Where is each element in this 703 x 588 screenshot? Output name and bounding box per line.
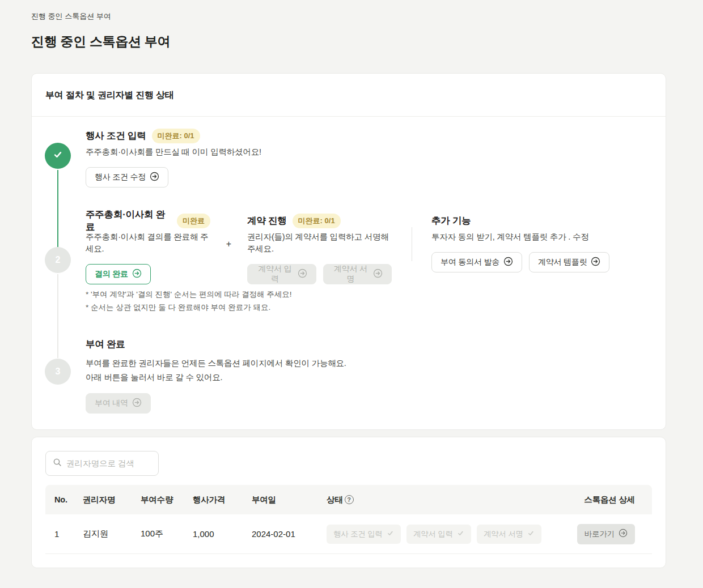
resolution-description: 주주총회·이사회 결의를 완료해 주세요.: [86, 231, 210, 255]
contract-sign-label: 계약서 서명: [332, 264, 370, 284]
contract-template-button[interactable]: 계약서 템플릿: [529, 252, 610, 272]
step2-circle: 2: [45, 247, 71, 273]
complete-resolution-button[interactable]: 결의 완료: [86, 264, 151, 284]
extra-features-description: 투자자 동의 받기, 계약서 템플릿 추가 . 수정: [431, 231, 609, 243]
check-icon: [457, 530, 464, 539]
contract-description: 권리자(들)의 계약서를 입력하고 서명해 주세요.: [247, 231, 392, 255]
search-box[interactable]: [45, 451, 159, 476]
status-chip-label: 계약서 입력: [413, 529, 453, 539]
check-icon: [527, 530, 535, 539]
grants-card: No. 권리자명 부여수량 행사가격 부여일 상태 ? 스톡옵션 상세 1 김지…: [31, 437, 666, 568]
step1-title: 행사 조건 입력: [86, 130, 146, 142]
resolution-title: 주주총회·이사회 완료: [86, 208, 171, 233]
send-consent-label: 부여 동의서 발송: [441, 257, 499, 267]
step3-block: 부여 완료 부여를 완료한 권리자들은 언제든 스톡옵션 페이지에서 확인이 가…: [86, 338, 346, 414]
cell-grant-quantity: 100주: [141, 529, 193, 539]
grants-table: No. 권리자명 부여수량 행사가격 부여일 상태 ? 스톡옵션 상세 1 김지…: [45, 485, 652, 554]
note-line: * '부여 계약'과 '결의 진행' 순서는 편의에 따라 결정해 주세요!: [86, 288, 292, 301]
cell-grantee-name: 김지원: [83, 529, 141, 539]
arrow-right-circle-icon: [373, 269, 383, 280]
arrow-right-circle-icon: [150, 172, 159, 183]
header-no: No.: [54, 495, 83, 504]
search-icon: [53, 458, 62, 469]
arrow-right-circle-icon: [503, 257, 513, 268]
status-chip-label: 행사 조건 입력: [333, 529, 383, 539]
step1-circle: [45, 143, 71, 169]
complete-resolution-label: 결의 완료: [95, 269, 128, 279]
contract-input-button[interactable]: 계약서 입력: [247, 264, 316, 284]
table-header-row: No. 권리자명 부여수량 행사가격 부여일 상태 ? 스톡옵션 상세: [45, 485, 652, 514]
process-card-header: 부여 절차 및 권리자별 진행 상태: [32, 74, 666, 117]
search-input[interactable]: [66, 459, 151, 468]
note-line: * 순서는 상관 없지만 둘 다 완료해야 부여 완료가 돼요.: [86, 301, 292, 314]
page-title: 진행 중인 스톡옵션 부여: [31, 33, 672, 50]
arrow-right-circle-icon: [132, 398, 142, 409]
arrow-right-circle-icon: [591, 257, 600, 268]
step3-description-line1: 부여를 완료한 권리자들은 언제든 스톡옵션 페이지에서 확인이 가능해요.: [86, 356, 346, 370]
status-chip-contract-sign: 계약서 서명: [477, 525, 541, 544]
arrow-right-circle-icon: [619, 529, 628, 539]
cell-grant-date: 2024-02-01: [252, 529, 327, 539]
step3-description-line2: 아래 버튼을 눌러서 바로 갈 수 있어요.: [86, 370, 346, 385]
contract-sign-button[interactable]: 계약서 서명: [323, 264, 392, 284]
header-exercise-price: 행사가격: [193, 495, 252, 505]
cell-no: 1: [54, 529, 83, 539]
step2-contract-section: 계약 진행 미완료: 0/1 권리자(들)의 계약서를 입력하고 서명해 주세요…: [247, 214, 392, 284]
cell-status-chips: 행사 조건 입력 계약서 입력 계약서 서명: [327, 525, 561, 544]
step2-extra-section: 추가 기능 투자자 동의 받기, 계약서 템플릿 추가 . 수정 부여 동의서 …: [431, 214, 609, 272]
cell-exercise-price: 1,000: [193, 529, 252, 539]
step3-description: 부여를 완료한 권리자들은 언제든 스톡옵션 페이지에서 확인이 가능해요. 아…: [86, 356, 346, 385]
step3-title: 부여 완료: [86, 338, 125, 351]
header-grantee-name: 권리자명: [83, 495, 141, 505]
step2-notes: * '부여 계약'과 '결의 진행' 순서는 편의에 따라 결정해 주세요! *…: [86, 288, 292, 314]
status-chip-label: 계약서 서명: [484, 529, 523, 539]
table-row: 1 김지원 100주 1,000 2024-02-01 행사 조건 입력 계약서…: [45, 514, 652, 554]
status-chip-contract-input: 계약서 입력: [406, 525, 471, 544]
section-divider: [412, 227, 412, 261]
resolution-status-badge: 미완료: [177, 214, 210, 228]
header-status-label: 상태: [327, 495, 343, 505]
step1-status-badge: 미완료: 0/1: [152, 129, 200, 143]
connector-step2-step3: [57, 274, 58, 358]
check-icon: [387, 530, 394, 539]
page-root: 진행 중인 스톡옵션 부여 진행 중인 스톡옵션 부여 부여 절차 및 권리자별…: [0, 0, 703, 568]
header-grant-date: 부여일: [252, 495, 327, 505]
step2-block: 주주총회·이사회 완료 미완료 주주총회·이사회 결의를 완료해 주세요. 결의…: [86, 214, 609, 284]
contract-title: 계약 진행: [247, 215, 287, 227]
header-status: 상태 ?: [327, 495, 561, 505]
step1-block: 행사 조건 입력 미완료: 0/1 주주총회·이사회를 만드실 때 이미 입력하…: [86, 129, 261, 188]
header-option-detail: 스톡옵션 상세: [561, 495, 635, 505]
goto-detail-label: 바로가기: [585, 529, 615, 539]
process-card: 부여 절차 및 권리자별 진행 상태 2 3 행사 조건 입력 미완료: 0/1…: [31, 73, 666, 430]
header-grant-quantity: 부여수량: [141, 495, 193, 505]
arrow-right-circle-icon: [298, 269, 307, 280]
cell-option-detail: 바로가기: [561, 524, 635, 544]
arrow-right-circle-icon: [132, 269, 142, 280]
contract-template-label: 계약서 템플릿: [538, 257, 587, 267]
step2-resolution-section: 주주총회·이사회 완료 미완료 주주총회·이사회 결의를 완료해 주세요. 결의…: [86, 214, 210, 284]
connector-step1-step2: [57, 170, 58, 247]
send-consent-button[interactable]: 부여 동의서 발송: [431, 252, 522, 272]
grant-history-label: 부여 내역: [95, 398, 128, 408]
step1-description: 주주총회·이사회를 만드실 때 이미 입력하셨어요!: [86, 146, 261, 158]
help-icon[interactable]: ?: [345, 495, 354, 504]
contract-status-badge: 미완료: 0/1: [293, 214, 341, 228]
plus-separator: +: [210, 214, 247, 249]
status-chip-exercise-conditions: 행사 조건 입력: [327, 525, 401, 544]
breadcrumb[interactable]: 진행 중인 스톡옵션 부여: [31, 11, 672, 22]
edit-exercise-conditions-label: 행사 조건 수정: [95, 172, 146, 182]
step3-circle: 3: [45, 359, 71, 385]
edit-exercise-conditions-button[interactable]: 행사 조건 수정: [86, 167, 168, 188]
extra-features-title: 추가 기능: [431, 215, 471, 227]
stepper: 2 3 행사 조건 입력 미완료: 0/1 주주총회·이사회를 만드실 때 이미…: [32, 117, 666, 429]
check-icon: [52, 148, 64, 163]
grant-history-button[interactable]: 부여 내역: [86, 393, 151, 414]
contract-input-label: 계약서 입력: [256, 264, 294, 284]
goto-detail-button[interactable]: 바로가기: [577, 524, 635, 544]
